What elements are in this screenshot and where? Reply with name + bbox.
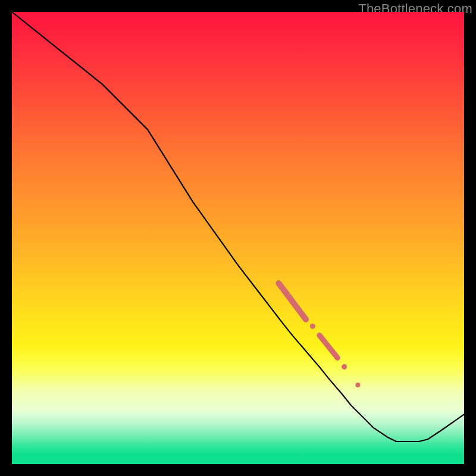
line-series-curve <box>12 12 464 441</box>
marker-segment <box>320 335 337 358</box>
chart-overlay <box>12 12 464 464</box>
marker-layer <box>278 283 360 387</box>
marker-dot <box>355 383 360 387</box>
marker-segment <box>278 283 306 320</box>
chart-container: TheBottleneck.com <box>0 0 476 476</box>
marker-dot <box>310 324 315 329</box>
marker-dot <box>342 364 347 369</box>
plot-area <box>12 12 464 464</box>
